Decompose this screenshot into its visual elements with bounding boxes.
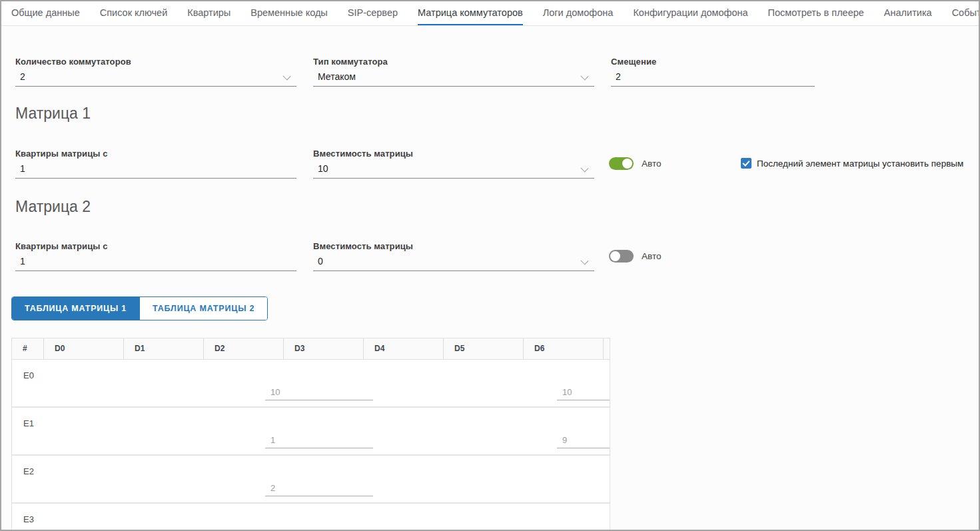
field-value: 2	[15, 71, 296, 87]
toggle-label: Авто	[642, 251, 661, 261]
field-label: Тип коммутатора	[313, 57, 594, 67]
column-header: #	[12, 338, 44, 359]
tab-item[interactable]: Общие данные	[11, 1, 80, 26]
field-label: Вместимость матрицы	[313, 149, 594, 159]
field-label: Вместимость матрицы	[313, 241, 594, 251]
matrix-table-tabs: ТАБЛИЦА МАТРИЦЫ 1ТАБЛИЦА МАТРИЦЫ 2	[11, 296, 268, 320]
table-row: E3	[12, 504, 610, 530]
matrix-table-body: E01010E119E22E3	[12, 360, 610, 530]
tab-item[interactable]: Посмотреть в плеере	[768, 1, 864, 26]
matrix1-title: Матрица 1	[15, 105, 91, 123]
field-value: 10	[313, 163, 594, 179]
matrix2-apartments-from-input[interactable]: Квартиры матрицы с 1	[15, 241, 296, 271]
column-header: D1	[124, 338, 204, 359]
matrix-cell-value: 10	[265, 387, 373, 400]
matrix-cell-value: 9	[557, 435, 610, 448]
toggle-label: Авто	[642, 159, 661, 169]
matrix-cell-value: 1	[265, 435, 373, 448]
column-header: D5	[444, 338, 524, 359]
column-header: D6	[524, 338, 604, 359]
matrix-cell-value: 2	[265, 483, 373, 496]
matrix2-title: Матрица 2	[15, 198, 91, 216]
matrix1-auto-toggle[interactable]	[609, 157, 634, 170]
column-header-filler	[604, 338, 610, 359]
matrix-cell-input[interactable]: 10	[557, 387, 610, 400]
matrix2-auto-toggle-wrap: Авто	[609, 250, 661, 263]
row-label: E3	[23, 514, 34, 524]
matrix-cell-input[interactable]: 9	[557, 435, 610, 448]
field-value: 1	[15, 256, 296, 271]
matrix2-auto-toggle[interactable]	[609, 250, 634, 263]
tab-item[interactable]: SIP-сервер	[348, 1, 398, 26]
tab-item[interactable]: Список ключей	[100, 1, 168, 26]
column-header: D2	[204, 338, 284, 359]
matrix-cell-input[interactable]: 1	[265, 435, 373, 448]
checkbox-checked-icon[interactable]	[741, 158, 751, 169]
tab-item[interactable]: Квартиры	[187, 1, 231, 26]
column-header: D3	[284, 338, 364, 359]
switch-count-select[interactable]: Количество коммутаторов 2	[15, 57, 296, 87]
table-row: E01010	[12, 360, 610, 408]
toggle-knob	[622, 159, 632, 169]
offset-input[interactable]: Смещение 2	[611, 57, 815, 87]
field-value: 2	[611, 71, 815, 87]
tab-bar: Общие данныеСписок ключейКвартирыВременн…	[1, 1, 979, 26]
tab-item-active[interactable]: Матрица коммутаторов	[418, 1, 523, 26]
field-value: 0	[313, 256, 594, 271]
matrix1-auto-toggle-wrap: Авто	[609, 157, 661, 170]
matrix2-capacity-select[interactable]: Вместимость матрицы 0	[313, 241, 594, 271]
field-value: 1	[15, 163, 296, 179]
checkbox-label: Последний элемент матрицы установить пер…	[757, 159, 963, 169]
matrix-table: #D0D1D2D3D4D5D6 E01010E119E22E3	[11, 338, 610, 530]
row-label: E2	[23, 466, 34, 476]
field-label: Квартиры матрицы с	[15, 241, 296, 251]
matrix-table-tab-button[interactable]: ТАБЛИЦА МАТРИЦЫ 2	[139, 297, 267, 320]
row-label: E0	[23, 370, 34, 380]
toggle-knob	[610, 251, 620, 261]
matrix1-capacity-select[interactable]: Вместимость матрицы 10	[313, 149, 594, 179]
chevron-down-icon	[580, 164, 588, 172]
app-window: Общие данныеСписок ключейКвартирыВременн…	[0, 0, 980, 531]
table-row: E119	[12, 408, 610, 456]
column-header: D0	[44, 338, 124, 359]
switch-type-select[interactable]: Тип коммутатора Метаком	[313, 57, 594, 87]
field-value: Метаком	[313, 71, 594, 87]
column-header: D4	[364, 338, 444, 359]
matrix-cell-input[interactable]: 2	[265, 483, 373, 496]
matrix1-last-first-checkbox-wrap[interactable]: Последний элемент матрицы установить пер…	[741, 158, 963, 169]
row-label: E1	[23, 418, 34, 428]
tab-item[interactable]: События	[952, 1, 979, 26]
field-label: Квартиры матрицы с	[15, 149, 296, 159]
matrix-table-tab-button[interactable]: ТАБЛИЦА МАТРИЦЫ 1	[12, 297, 139, 320]
tab-item[interactable]: Временные коды	[250, 1, 328, 26]
tab-item[interactable]: Конфигурации домофона	[633, 1, 747, 26]
matrix-table-header: #D0D1D2D3D4D5D6	[12, 338, 610, 360]
chevron-down-icon	[580, 72, 588, 80]
tab-item[interactable]: Аналитика	[884, 1, 932, 26]
matrix-cell-input[interactable]: 10	[265, 387, 373, 400]
table-row: E22	[12, 456, 610, 504]
chevron-down-icon	[282, 72, 290, 80]
matrix-cell-value: 10	[557, 387, 610, 400]
field-label: Смещение	[611, 57, 815, 67]
field-label: Количество коммутаторов	[15, 57, 296, 67]
tab-item[interactable]: Логи домофона	[543, 1, 614, 26]
matrix1-apartments-from-input[interactable]: Квартиры матрицы с 1	[15, 149, 296, 179]
chevron-down-icon	[580, 257, 588, 265]
